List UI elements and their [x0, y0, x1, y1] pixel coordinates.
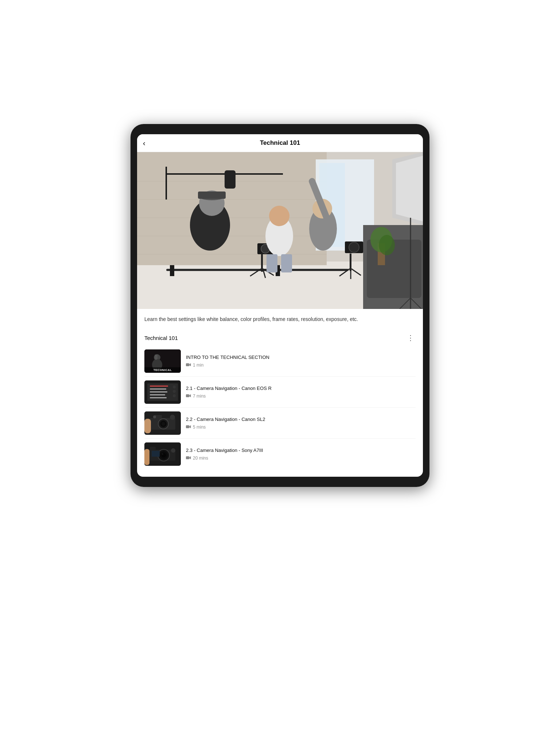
svg-rect-23 [350, 253, 351, 271]
svg-rect-67 [186, 394, 189, 397]
svg-rect-55 [186, 363, 189, 366]
app-header: ‹ Technical 101 [137, 134, 423, 152]
svg-rect-62 [150, 394, 165, 395]
svg-point-22 [349, 242, 359, 252]
list-item[interactable]: 2.3 - Camera Navigation - Sony A7III 20 … [144, 439, 416, 469]
page-title: Technical 101 [260, 139, 300, 147]
svg-marker-28 [396, 156, 423, 221]
svg-rect-89 [144, 449, 149, 465]
svg-marker-68 [190, 394, 191, 397]
svg-rect-59 [150, 386, 168, 387]
more-options-button[interactable]: ⋮ [405, 333, 416, 343]
svg-point-75 [170, 415, 175, 420]
svg-point-88 [171, 448, 175, 453]
svg-rect-38 [198, 191, 226, 199]
video-info: 2.1 - Camera Navigation - Canon EOS R 7 … [186, 386, 416, 399]
svg-marker-79 [190, 425, 191, 428]
video-title: 2.3 - Camera Navigation - Sony A7III [186, 448, 416, 454]
video-info: 2.2 - Camera Navigation - Canon SL2 5 mi… [186, 417, 416, 430]
svg-point-74 [162, 422, 165, 426]
video-duration: 20 mins [186, 456, 416, 461]
video-thumbnail [144, 380, 181, 404]
page-wrapper: ‹ Technical 101 [0, 0, 560, 747]
video-thumbnail [144, 411, 181, 435]
description-section: Learn the best settings like white balan… [137, 309, 423, 327]
section-header: Technical 101 ⋮ [137, 327, 423, 346]
video-list: TECHNICAL INTRO TO THE TECHNICAL SECTION [137, 346, 423, 477]
tablet-device: ‹ Technical 101 [131, 124, 429, 487]
hero-image [137, 152, 423, 309]
thumbnail-label: TECHNICAL [144, 367, 181, 373]
svg-point-66 [173, 394, 176, 397]
svg-point-65 [173, 390, 176, 393]
video-title: INTRO TO THE TECHNICAL SECTION [186, 355, 416, 361]
camera-icon [186, 425, 191, 430]
svg-marker-56 [190, 363, 191, 366]
svg-point-48 [379, 235, 395, 255]
svg-rect-90 [186, 456, 189, 459]
camera-icon [186, 394, 191, 399]
svg-point-40 [269, 206, 289, 226]
svg-rect-61 [150, 391, 167, 392]
svg-point-64 [173, 386, 176, 388]
video-title: 2.2 - Camera Navigation - Canon SL2 [186, 417, 416, 423]
video-duration: 1 min [186, 363, 416, 368]
video-info: 2.3 - Camera Navigation - Sony A7III 20 … [186, 448, 416, 461]
video-title: 2.1 - Camera Navigation - Canon EOS R [186, 386, 416, 392]
svg-rect-77 [144, 419, 151, 433]
section-title: Technical 101 [144, 335, 178, 341]
svg-rect-60 [150, 388, 166, 390]
svg-marker-91 [190, 456, 191, 459]
svg-rect-87 [152, 451, 160, 457]
svg-rect-42 [281, 254, 292, 272]
svg-point-86 [162, 453, 163, 455]
svg-rect-82 [150, 447, 156, 450]
svg-rect-13 [170, 265, 174, 276]
svg-point-76 [153, 415, 156, 418]
svg-rect-78 [186, 425, 189, 428]
back-button[interactable]: ‹ [143, 139, 145, 147]
list-item[interactable]: TECHNICAL INTRO TO THE TECHNICAL SECTION [144, 346, 416, 377]
svg-rect-34 [225, 170, 236, 189]
video-duration: 5 mins [186, 425, 416, 430]
tablet-screen: ‹ Technical 101 [137, 134, 423, 477]
list-item[interactable]: 2.2 - Camera Navigation - Canon SL2 5 mi… [144, 408, 416, 439]
camera-icon [186, 456, 191, 461]
video-duration: 7 mins [186, 394, 416, 399]
video-info: INTRO TO THE TECHNICAL SECTION 1 min [186, 355, 416, 368]
camera-icon [186, 363, 191, 368]
list-item[interactable]: 2.1 - Camera Navigation - Canon EOS R 7 … [144, 377, 416, 408]
svg-rect-63 [150, 397, 167, 398]
video-thumbnail [144, 442, 181, 466]
video-thumbnail: TECHNICAL [144, 349, 181, 373]
description-text: Learn the best settings like white balan… [144, 316, 416, 323]
svg-rect-41 [267, 254, 277, 272]
